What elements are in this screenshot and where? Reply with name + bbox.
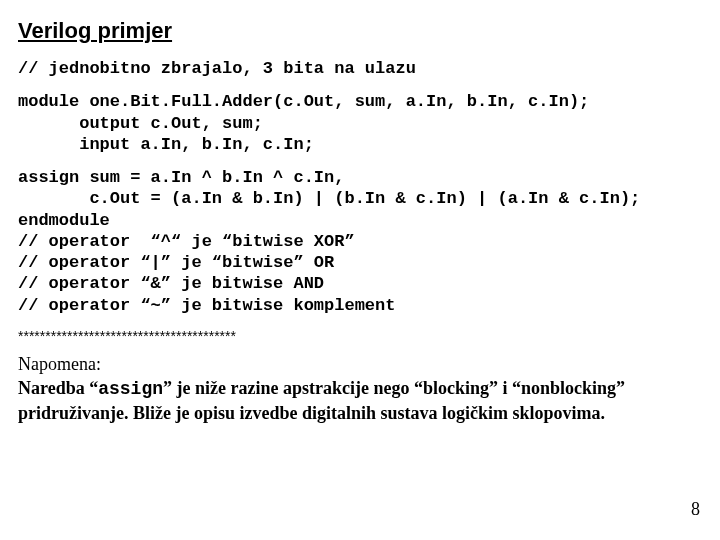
code-line: input a.In, b.In, c.In;	[18, 135, 314, 154]
note-mono: assign	[98, 379, 163, 399]
note-body: Naredba “assign” je niže razine apstrakc…	[18, 378, 625, 423]
note-block: Napomena: Naredba “assign” je niže razin…	[18, 352, 702, 426]
code-line: assign sum = a.In ^ b.In ^ c.In,	[18, 168, 344, 187]
code-line: module one.Bit.Full.Adder(c.Out, sum, a.…	[18, 92, 589, 111]
code-line: // operator “|” je “bitwise” OR	[18, 253, 334, 272]
divider-stars: ****************************************	[18, 328, 702, 344]
page-number: 8	[691, 499, 700, 520]
code-line: // operator “^“ je “bitwise XOR”	[18, 232, 355, 251]
code-block: assign sum = a.In ^ b.In ^ c.In, c.Out =…	[18, 167, 702, 316]
code-line: // operator “&” je bitwise AND	[18, 274, 324, 293]
code-comment: // jednobitno zbrajalo, 3 bita na ulazu	[18, 59, 416, 78]
slide-title: Verilog primjer	[18, 18, 702, 44]
code-block: // jednobitno zbrajalo, 3 bita na ulazu	[18, 58, 702, 79]
code-line: c.Out = (a.In & b.In) | (b.In & c.In) | …	[18, 189, 640, 208]
note-pre: Naredba “	[18, 378, 98, 398]
code-line: output c.Out, sum;	[18, 114, 263, 133]
code-line: endmodule	[18, 211, 110, 230]
code-line: // operator “~” je bitwise komplement	[18, 296, 395, 315]
code-block: module one.Bit.Full.Adder(c.Out, sum, a.…	[18, 91, 702, 155]
note-label: Napomena:	[18, 352, 702, 376]
